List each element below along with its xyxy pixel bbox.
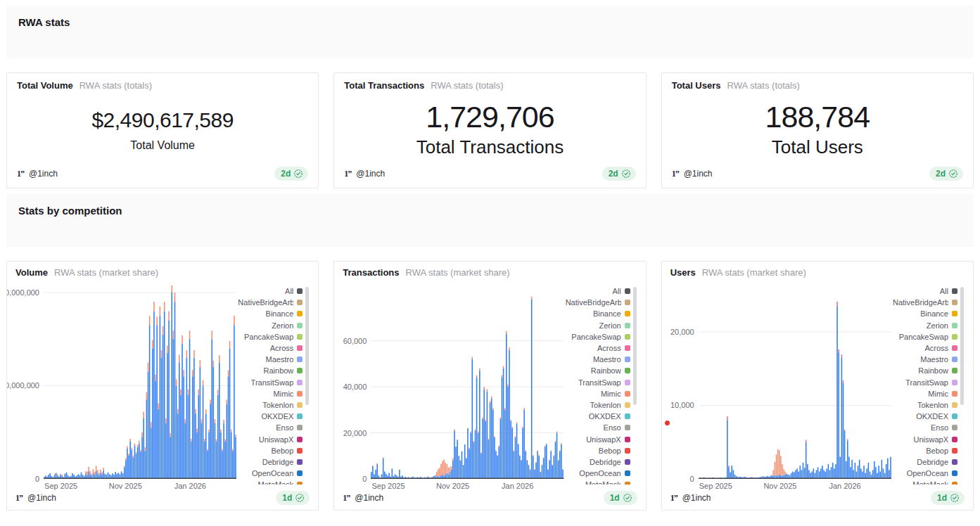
legend-item[interactable]: PancakeSwap [236,331,303,342]
bar-chart[interactable] [371,286,564,479]
total-volume-card[interactable]: Total Volume RWA stats (totals) $2,490,6… [6,72,319,188]
attribution-handle[interactable]: @1inch [356,169,385,179]
legend-item[interactable]: Maestro [891,354,957,365]
legend-item[interactable]: NativeBridgeArbitrum [891,297,957,308]
legend-item[interactable]: Enso [236,422,303,433]
legend-item[interactable]: Tokenlon [891,399,957,411]
total-users-label: Total Users [772,136,863,158]
legend-swatch-icon [297,288,303,294]
bar-chart[interactable] [699,286,891,479]
legend-item[interactable]: Across [564,342,630,354]
legend-item[interactable]: All [891,286,957,297]
legend-item[interactable]: Mimic [891,388,957,399]
page-title: RWA stats [18,16,962,28]
transactions-chart-card[interactable]: Transactions RWA stats (market share) 02… [333,261,646,511]
legend-item[interactable]: Tokenlon [564,399,630,411]
legend-item[interactable]: NativeBridgeArbitrum [564,297,630,308]
plot-area[interactable]: Sep 2025Nov 2025Jan 2026 [44,286,236,487]
legend-item[interactable]: PancakeSwap [564,331,630,342]
chart-title: Transactions [343,267,399,278]
attribution-handle[interactable]: @1inch [27,493,56,503]
legend-item[interactable]: Zerion [236,320,303,331]
legend-label: Across [270,344,294,352]
legend-item[interactable]: Across [891,342,957,354]
legend-item[interactable]: TransitSwap [236,377,303,388]
legend-item[interactable]: UniswapX [891,433,957,444]
legend-swatch-icon [952,448,957,454]
legend-item[interactable]: Mimic [236,388,303,399]
attribution-handle[interactable]: @1inch [684,169,713,179]
users-chart-card[interactable]: Users RWA stats (market share) 010,00020… [661,261,974,511]
legend-item[interactable]: MetaMask [564,479,630,485]
legend-item[interactable]: PancakeSwap [891,331,957,342]
legend-item[interactable]: Debridge [564,456,630,468]
legend-item[interactable]: Bebop [236,445,303,456]
plot-area[interactable]: Sep 2025Nov 2025Jan 2026 [371,286,564,487]
legend-scrollbar[interactable] [960,287,964,405]
legend-item[interactable]: Mimic [564,388,630,399]
plot-area[interactable]: Sep 2025Nov 2025Jan 2026 [699,286,891,487]
freshness-badge[interactable]: 1d [931,491,965,505]
legend-item[interactable]: Bebop [891,445,957,456]
legend-item[interactable]: OKXDEX [236,411,303,422]
legend-item[interactable]: Maestro [236,354,303,365]
legend-item[interactable]: UniswapX [564,433,630,444]
legend-swatch-icon [625,482,630,485]
legend-item[interactable]: OpenOcean [236,468,303,479]
legend-swatch-icon [625,459,630,465]
legend-item[interactable]: Tokenlon [236,399,303,411]
legend-item[interactable]: OKXDEX [564,411,630,422]
legend-item[interactable]: Across [236,342,303,354]
volume-chart-card[interactable]: Volume RWA stats (market share) 020,000,… [6,261,319,511]
freshness-badge[interactable]: 1d [604,491,637,505]
legend-swatch-icon [952,288,957,294]
legend-item[interactable]: OKXDEX [891,411,957,422]
legend-item[interactable]: Binance [564,308,630,319]
legend-item[interactable]: Binance [236,308,303,319]
legend-item[interactable]: NativeBridgeArbitrum [236,297,303,308]
total-users-card[interactable]: Total Users RWA stats (totals) 188,784 T… [661,72,974,188]
legend-item[interactable]: Zerion [891,320,957,331]
total-users-value: 188,784 [765,102,870,132]
legend-item[interactable]: Rainbow [891,365,957,376]
total-transactions-label: Total Transactions [416,136,564,158]
legend-label: All [285,287,293,295]
legend-item[interactable]: Enso [564,422,630,433]
bar-chart[interactable] [44,286,236,479]
legend-item[interactable]: OpenOcean [564,468,630,479]
attribution-handle[interactable]: @1inch [29,169,58,179]
legend-item[interactable]: MetaMask [891,479,957,485]
legend-item[interactable]: Rainbow [564,365,630,376]
legend-item[interactable]: Zerion [564,320,630,331]
legend-item[interactable]: All [236,286,303,297]
freshness-badge[interactable]: 1d [276,491,310,505]
legend-label: Maestro [593,355,621,364]
legend-item[interactable]: Enso [891,422,957,433]
legend-item[interactable]: Debridge [891,456,957,468]
legend-item[interactable]: All [564,286,630,297]
freshness-badge[interactable]: 2d [929,167,963,181]
legend-item[interactable]: Maestro [564,354,630,365]
legend-item[interactable]: Binance [891,308,957,319]
legend-item[interactable]: UniswapX [236,433,303,444]
legend-scrollbar[interactable] [305,287,309,405]
freshness-badge[interactable]: 2d [602,167,636,181]
legend-item[interactable]: Debridge [236,456,303,468]
total-transactions-card[interactable]: Total Transactions RWA stats (totals) 1,… [333,72,646,188]
y-tick-label: 20,000 [343,429,367,437]
legend-scrollbar[interactable] [633,287,637,405]
legend-swatch-icon [625,288,630,294]
freshness-badge[interactable]: 2d [274,167,308,181]
legend-item[interactable]: OpenOcean [891,468,957,479]
attribution-handle[interactable]: @1inch [355,493,383,503]
legend-item[interactable]: Rainbow [236,365,303,376]
legend-item[interactable]: Bebop [564,445,630,456]
legend-item[interactable]: TransitSwap [891,377,957,388]
legend-swatch-icon [952,413,957,419]
legend-label: Enso [276,423,293,432]
attribution-handle[interactable]: @1inch [682,493,711,503]
legend-item[interactable]: TransitSwap [564,377,630,388]
legend-swatch-icon [297,334,303,340]
card-subtitle: RWA stats (totals) [727,80,800,91]
legend-item[interactable]: MetaMask [236,479,303,485]
